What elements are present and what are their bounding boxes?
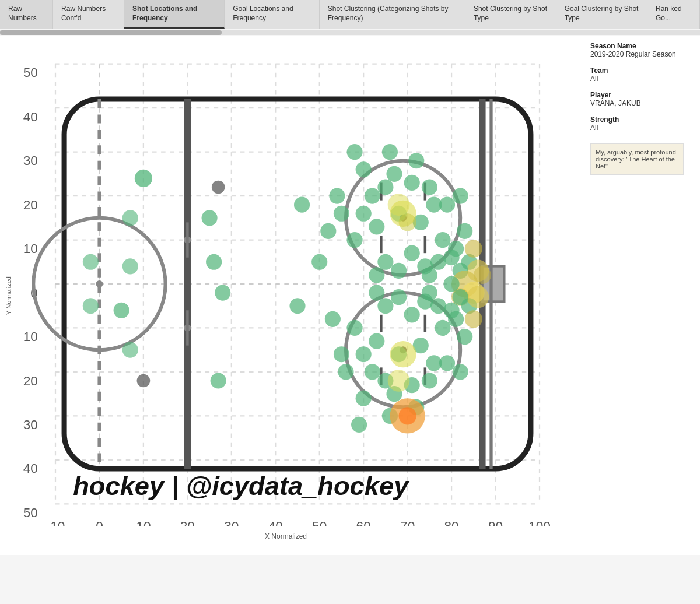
- svg-point-111: [365, 364, 380, 380]
- season-section: Season Name 2019-2020 Regular Season: [590, 42, 694, 58]
- svg-point-140: [377, 298, 393, 314]
- svg-point-99: [435, 232, 450, 248]
- season-label: Season Name: [590, 42, 694, 50]
- svg-point-151: [206, 254, 222, 270]
- svg-point-89: [388, 194, 410, 216]
- svg-point-90: [399, 213, 416, 231]
- annotation-text: My, arguably, most profound discovery: "…: [596, 149, 676, 170]
- strength-value: All: [590, 124, 694, 132]
- svg-point-106: [430, 254, 446, 270]
- tab-shot-clustering[interactable]: Shot Clustering (Categorizing Shots by F…: [320, 0, 466, 29]
- svg-text:40: 40: [268, 519, 283, 526]
- svg-point-136: [467, 286, 489, 308]
- team-value: All: [590, 75, 694, 83]
- strength-label: Strength: [590, 115, 694, 124]
- svg-point-133: [457, 329, 473, 345]
- svg-text:30: 30: [224, 519, 239, 526]
- rink-svg: 50 40 30 20 10 0 -10 -20 -30 -40 -50 -10…: [23, 42, 572, 526]
- svg-point-94: [465, 240, 482, 258]
- svg-point-85: [356, 161, 372, 177]
- tab-goal-clustering-type[interactable]: Goal Clustering by Shot Type: [556, 0, 648, 29]
- svg-text:100: 100: [528, 519, 551, 526]
- svg-text:60: 60: [356, 519, 371, 526]
- svg-point-52: [96, 280, 103, 287]
- svg-point-135: [465, 310, 482, 328]
- svg-point-84: [334, 206, 349, 222]
- svg-text:-20: -20: [23, 374, 38, 388]
- svg-point-128: [390, 341, 416, 367]
- svg-text:-50: -50: [23, 505, 38, 520]
- svg-text:-10: -10: [46, 519, 65, 526]
- tab-ranked[interactable]: Ran ked Go...: [648, 0, 700, 29]
- svg-text:30: 30: [23, 153, 38, 168]
- tab-raw-numbers[interactable]: Raw Numbers: [0, 0, 53, 29]
- svg-text:70: 70: [400, 519, 415, 526]
- svg-point-104: [369, 268, 384, 283]
- svg-point-71: [365, 188, 380, 204]
- svg-text:90: 90: [488, 519, 503, 526]
- svg-point-158: [83, 254, 99, 270]
- svg-point-148: [289, 298, 305, 314]
- svg-text:10: 10: [23, 241, 38, 256]
- svg-point-156: [123, 258, 138, 274]
- svg-point-167: [338, 364, 354, 380]
- svg-point-86: [408, 153, 424, 168]
- svg-point-102: [404, 245, 420, 261]
- svg-point-105: [422, 268, 438, 283]
- svg-point-155: [114, 303, 130, 318]
- svg-point-164: [329, 188, 345, 204]
- svg-point-92: [457, 223, 473, 239]
- svg-point-110: [444, 276, 460, 292]
- svg-point-166: [325, 311, 341, 327]
- svg-point-139: [435, 320, 450, 336]
- svg-point-81: [439, 197, 455, 213]
- svg-point-83: [347, 232, 363, 248]
- svg-text:50: 50: [312, 519, 327, 526]
- svg-point-162: [212, 181, 225, 194]
- svg-point-168: [351, 417, 367, 433]
- svg-point-144: [369, 285, 384, 301]
- tab-shot-locations[interactable]: Shot Locations and Frequency: [124, 0, 225, 29]
- svg-point-100: [377, 254, 393, 270]
- svg-point-131: [399, 407, 416, 424]
- svg-point-160: [123, 210, 138, 226]
- tab-goal-locations[interactable]: Goal Locations and Frequency: [225, 0, 320, 29]
- player-section: Player VRANA, JAKUB: [590, 91, 694, 107]
- season-value: 2019-2020 Regular Season: [590, 50, 694, 58]
- svg-point-74: [386, 166, 402, 182]
- strength-section: Strength All: [590, 115, 694, 132]
- svg-point-75: [404, 175, 420, 191]
- svg-text:-10: -10: [23, 329, 38, 344]
- svg-point-146: [430, 298, 446, 314]
- svg-point-129: [388, 370, 410, 392]
- team-section: Team All: [590, 66, 694, 83]
- svg-text:50: 50: [23, 66, 38, 80]
- svg-point-147: [312, 254, 327, 270]
- sidebar: Season Name 2019-2020 Regular Season Tea…: [583, 42, 694, 549]
- svg-point-76: [422, 180, 438, 195]
- svg-point-122: [453, 364, 468, 380]
- tab-shot-clustering-type[interactable]: Shot Clustering by Shot Type: [466, 0, 556, 29]
- tab-scrollbar-thumb[interactable]: [0, 30, 222, 35]
- chart-area: Y Normalized 50 40 30 20 10 0 -10 -20 -3…: [6, 42, 583, 549]
- svg-point-145: [422, 285, 438, 301]
- rink-wrapper: Y Normalized 50 40 30 20 10 0 -10 -20 -3…: [6, 42, 566, 549]
- svg-point-149: [215, 285, 230, 301]
- svg-point-159: [123, 342, 138, 358]
- svg-point-125: [356, 391, 372, 406]
- svg-point-163: [347, 144, 363, 160]
- svg-point-87: [382, 144, 398, 160]
- player-value: VRANA, JAKUB: [590, 99, 694, 107]
- tabs-bar: Raw Numbers Raw Numbers Cont'd Shot Loca…: [0, 0, 700, 29]
- player-label: Player: [590, 91, 694, 99]
- svg-point-101: [391, 263, 407, 279]
- svg-point-124: [334, 346, 349, 362]
- svg-text:20: 20: [23, 198, 38, 212]
- tab-scrollbar-track: [0, 30, 700, 35]
- svg-text:-30: -30: [23, 417, 38, 432]
- tab-raw-numbers-cont[interactable]: Raw Numbers Cont'd: [53, 0, 124, 29]
- svg-point-117: [369, 333, 384, 349]
- svg-point-165: [320, 223, 336, 239]
- svg-point-150: [202, 210, 218, 226]
- svg-point-142: [404, 307, 420, 322]
